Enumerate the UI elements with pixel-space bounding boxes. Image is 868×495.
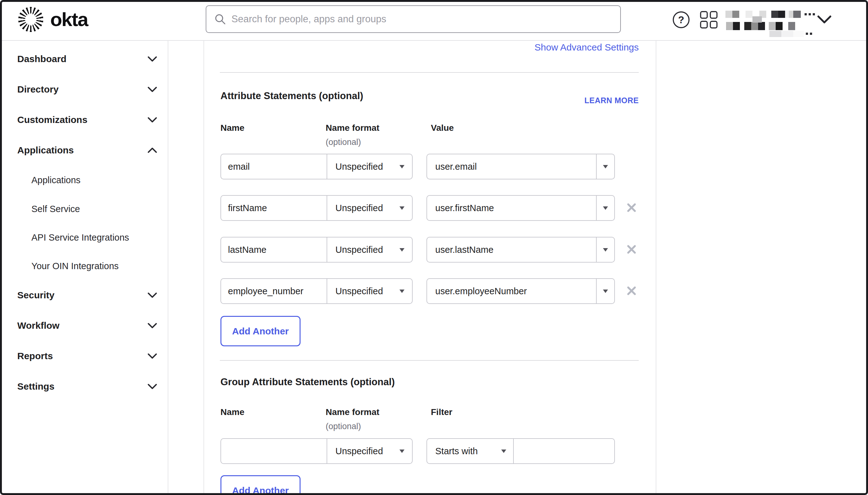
- sidebar-subitem-applications[interactable]: Applications: [31, 173, 157, 187]
- group-attribute-statements-title: Group Attribute Statements (optional): [220, 376, 395, 388]
- sidebar-subitem-label: Your OIN Integrations: [31, 261, 119, 271]
- attribute-name-input[interactable]: [221, 245, 327, 255]
- dropdown-caret-icon: [399, 449, 405, 453]
- attribute-name-field[interactable]: [221, 196, 327, 220]
- redaction-dot: [813, 13, 815, 15]
- name-and-format-group: Unspecified: [220, 438, 413, 464]
- account-menu[interactable]: [722, 9, 817, 34]
- sidebar-item-label: Workflow: [17, 320, 59, 331]
- attribute-name-field[interactable]: [221, 154, 327, 179]
- sidebar-subitem-api-service-integrations[interactable]: API Service Integrations: [31, 231, 157, 244]
- sidebar-item-customizations[interactable]: Customizations: [17, 113, 157, 127]
- show-advanced-settings-link[interactable]: Show Advanced Settings: [535, 42, 639, 53]
- column-note-optional: (optional): [326, 422, 361, 431]
- attribute-value[interactable]: user.email: [427, 154, 596, 179]
- group-filter-group: Starts with: [426, 438, 615, 464]
- attribute-name-input[interactable]: [221, 286, 327, 296]
- sidebar-item-workflow[interactable]: Workflow: [17, 319, 157, 332]
- attribute-name-field[interactable]: [221, 279, 327, 303]
- chevron-down-icon: [148, 353, 157, 359]
- sidebar-item-label: Settings: [17, 381, 54, 392]
- global-search[interactable]: [206, 5, 621, 33]
- account-redacted-row3: [769, 31, 804, 37]
- redaction-dot: [809, 13, 811, 15]
- okta-logo[interactable]: okta: [18, 7, 87, 32]
- name-format-select[interactable]: Unspecified: [327, 196, 412, 220]
- value-dropdown-button[interactable]: [596, 279, 614, 303]
- sidebar-subitem-label: Applications: [31, 175, 80, 185]
- dropdown-caret-icon: [603, 248, 608, 252]
- attribute-value[interactable]: user.firstName: [427, 196, 596, 220]
- filter-type-value: Starts with: [435, 446, 478, 457]
- add-another-group-attribute-button[interactable]: Add Another: [220, 475, 300, 495]
- svg-text:?: ?: [678, 14, 684, 25]
- sidebar-subitem-label: API Service Integrations: [31, 233, 129, 243]
- group-attribute-row: Unspecified Starts with: [220, 438, 656, 464]
- help-icon[interactable]: ?: [672, 11, 690, 29]
- attribute-name-field[interactable]: [221, 237, 327, 262]
- chevron-down-icon: [148, 117, 157, 123]
- sidebar-item-directory[interactable]: Directory: [17, 83, 157, 96]
- remove-row-button[interactable]: [626, 244, 637, 255]
- attribute-value-combobox[interactable]: user.employeeNumber: [426, 278, 615, 304]
- name-and-format-group: Unspecified: [220, 154, 413, 180]
- add-another-attribute-button[interactable]: Add Another: [220, 316, 300, 346]
- sidebar-item-applications[interactable]: Applications: [17, 143, 157, 157]
- search-icon: [214, 14, 226, 25]
- learn-more-link[interactable]: LEARN MORE: [585, 96, 639, 105]
- dropdown-caret-icon: [603, 290, 608, 293]
- attribute-value[interactable]: user.lastName: [427, 237, 596, 262]
- value-dropdown-button[interactable]: [596, 237, 614, 262]
- redaction-dot: [806, 33, 808, 35]
- name-format-select[interactable]: Unspecified: [327, 439, 412, 463]
- remove-row-button[interactable]: [626, 286, 637, 296]
- group-name-input[interactable]: [221, 446, 327, 457]
- name-format-value: Unspecified: [335, 203, 383, 213]
- account-chevron-down-icon[interactable]: [817, 15, 832, 24]
- name-format-select[interactable]: Unspecified: [327, 279, 412, 303]
- group-name-field[interactable]: [221, 439, 327, 463]
- value-dropdown-button[interactable]: [596, 196, 614, 220]
- attribute-value-combobox[interactable]: user.email: [426, 154, 615, 180]
- attribute-row: Unspecified user.firstName: [220, 195, 656, 221]
- sidebar-nav: Dashboard Directory Customizations Appli…: [0, 41, 168, 495]
- close-x-icon: [626, 286, 637, 296]
- search-input[interactable]: [231, 14, 612, 25]
- filter-value-field[interactable]: [514, 439, 614, 463]
- okta-sunburst-icon: [18, 7, 43, 32]
- sidebar-item-dashboard[interactable]: Dashboard: [17, 52, 157, 66]
- name-and-format-group: Unspecified: [220, 237, 413, 262]
- chevron-down-icon: [148, 323, 157, 328]
- attribute-name-input[interactable]: [221, 203, 327, 213]
- name-format-select[interactable]: Unspecified: [327, 237, 412, 262]
- app-settings-panel: Show Advanced Settings Attribute Stateme…: [203, 41, 656, 495]
- close-x-icon: [626, 244, 637, 254]
- value-dropdown-button[interactable]: [596, 154, 614, 179]
- sidebar-item-label: Dashboard: [17, 54, 67, 64]
- sidebar-item-label: Reports: [17, 351, 53, 361]
- attribute-value-combobox[interactable]: user.lastName: [426, 237, 615, 262]
- sidebar-item-label: Security: [17, 290, 54, 301]
- sidebar-item-settings[interactable]: Settings: [17, 379, 157, 393]
- filter-type-select[interactable]: Starts with: [427, 439, 514, 463]
- column-note-optional: (optional): [326, 137, 361, 147]
- remove-row-button[interactable]: [626, 203, 637, 213]
- sidebar-item-label: Customizations: [17, 115, 87, 125]
- sidebar-subitem-your-oin-integrations[interactable]: Your OIN Integrations: [31, 259, 157, 273]
- filter-value-input[interactable]: [514, 446, 614, 457]
- account-redacted-mid: [752, 16, 762, 22]
- attribute-value-combobox[interactable]: user.firstName: [426, 195, 615, 221]
- attribute-name-input[interactable]: [221, 161, 327, 172]
- sidebar-subitem-self-service[interactable]: Self Service: [31, 202, 157, 216]
- sidebar-item-security[interactable]: Security: [17, 288, 157, 302]
- name-format-select[interactable]: Unspecified: [327, 154, 412, 179]
- column-header-name: Name: [220, 123, 244, 133]
- name-format-value: Unspecified: [335, 286, 383, 296]
- okta-wordmark: okta: [50, 7, 87, 32]
- apps-grid-icon[interactable]: [700, 11, 718, 29]
- dropdown-caret-icon: [603, 206, 608, 210]
- attribute-value[interactable]: user.employeeNumber: [427, 279, 596, 303]
- sidebar-item-reports[interactable]: Reports: [17, 349, 157, 363]
- account-redacted-row1: [725, 11, 801, 18]
- chevron-up-icon: [148, 148, 157, 153]
